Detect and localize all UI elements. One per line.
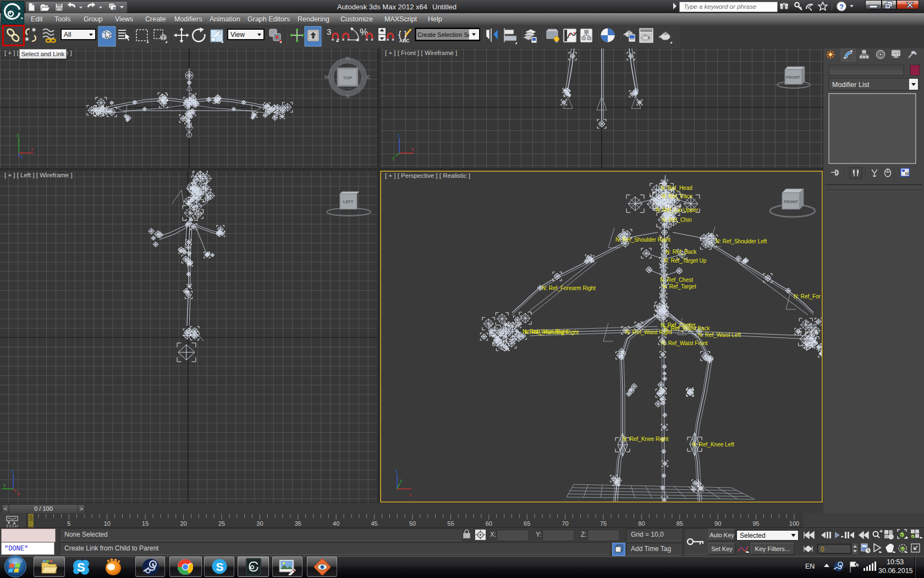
svg-text:65: 65 [524,520,530,527]
svg-text:N: Ref_Waist Left: N: Ref_Waist Left [698,332,741,338]
svg-text:S: S [216,560,224,573]
svg-text:Create Selection Se: Create Selection Se [417,31,471,38]
svg-text:55: 55 [447,520,454,527]
svg-text:85: 85 [676,520,683,527]
svg-text:15: 15 [142,520,148,527]
svg-text:ABC: ABC [399,38,409,43]
svg-text:N: Ref_Face: N: Ref_Face [662,193,693,199]
svg-text:z: z [20,154,23,160]
svg-text:45: 45 [371,520,377,527]
svg-text:5: 5 [67,520,70,527]
svg-text:N: Ref_Knee Right: N: Ref_Knee Right [623,436,669,442]
svg-text:95: 95 [752,520,759,527]
svg-text:x: x [31,146,34,152]
svg-text:70: 70 [562,520,568,527]
svg-text:N: Ref_Chest: N: Ref_Chest [660,277,693,283]
svg-text:?: ? [839,3,844,11]
svg-text:20: 20 [180,520,186,527]
svg-text:50: 50 [409,520,416,527]
svg-text:y: y [392,155,395,161]
svg-text:x: x [411,146,414,152]
svg-text:N: Ref_Waist Right: N: Ref_Waist Right [625,329,672,335]
svg-text:N: Ref_Knee Left: N: Ref_Knee Left [692,441,734,448]
svg-text:x: x [409,492,412,498]
svg-text:S: S [77,560,85,574]
svg-text:100: 100 [789,520,799,527]
svg-text:y: y [400,477,403,483]
svg-text:N: Ref_Back: N: Ref_Back [666,249,697,255]
svg-text:z: z [11,467,14,473]
svg-text:N: N [346,56,350,61]
svg-text:N: Ref_Target: N: Ref_Target [662,283,696,290]
svg-text:W: W [324,74,329,80]
svg-text:60: 60 [486,520,492,527]
svg-text:View: View [230,31,245,39]
svg-text:N: Ref_Head: N: Ref_Head [661,185,692,191]
svg-text:0: 0 [821,546,824,553]
svg-text:80: 80 [638,520,645,527]
svg-text:30: 30 [256,520,263,527]
svg-text:FRONT: FRONT [786,75,800,80]
svg-text:N: Ref_For: N: Ref_For [794,293,821,299]
svg-text:N: Ref_Target Up: N: Ref_Target Up [664,258,707,264]
svg-text:z: z [395,467,398,473]
svg-text:35: 35 [295,520,301,527]
svg-text:3: 3 [327,27,331,36]
svg-text:N: Ref_Forearm Right: N: Ref_Forearm Right [542,285,596,291]
svg-text:TOP: TOP [343,75,353,80]
svg-text:90: 90 [714,520,721,527]
svg-text:40: 40 [333,520,339,527]
svg-text:N: Ref_Shoulder Right: N: Ref_Shoulder Right [615,237,670,243]
svg-text:E: E [367,74,370,80]
svg-text:S: S [346,94,349,99]
svg-text:y: y [16,132,19,138]
svg-text:y: y [3,482,6,488]
svg-text:N: Ref_Chin: N: Ref_Chin [662,217,691,223]
svg-text:N: Ref_Shoulder Left: N: Ref_Shoulder Left [716,238,767,244]
svg-text:10: 10 [104,520,111,527]
svg-text:FRONT: FRONT [784,199,798,204]
svg-text:Modifier List: Modifier List [832,81,870,89]
svg-text:N: Ref_HandBig Right: N: Ref_HandBig Right [525,329,579,335]
svg-text:x: x [18,490,20,497]
svg-text:0: 0 [29,520,32,527]
svg-text:N: Ref_Lip Upper: N: Ref_Lip Upper [656,207,698,213]
svg-text:z: z [397,132,400,138]
svg-text:All: All [64,31,71,39]
svg-text:LEFT: LEFT [343,199,354,204]
svg-text:25: 25 [218,520,225,527]
svg-text:N: Ref_Waist Front: N: Ref_Waist Front [661,340,708,346]
svg-text:75: 75 [600,520,607,527]
